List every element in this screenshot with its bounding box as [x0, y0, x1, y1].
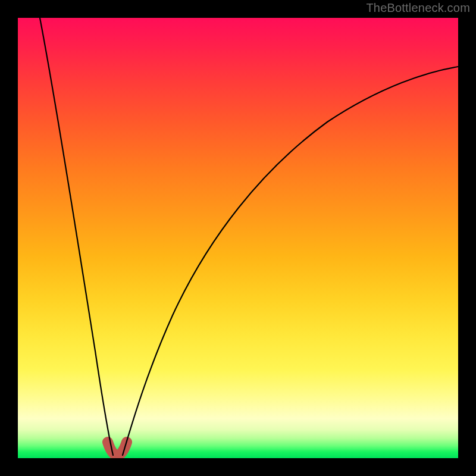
- curve-left-branch: [40, 18, 113, 455]
- plot-area: [18, 18, 458, 458]
- curve-right-branch: [123, 67, 458, 455]
- chart-frame: TheBottleneck.com: [0, 0, 476, 476]
- watermark-text: TheBottleneck.com: [366, 1, 470, 15]
- curve-layer: [18, 18, 458, 458]
